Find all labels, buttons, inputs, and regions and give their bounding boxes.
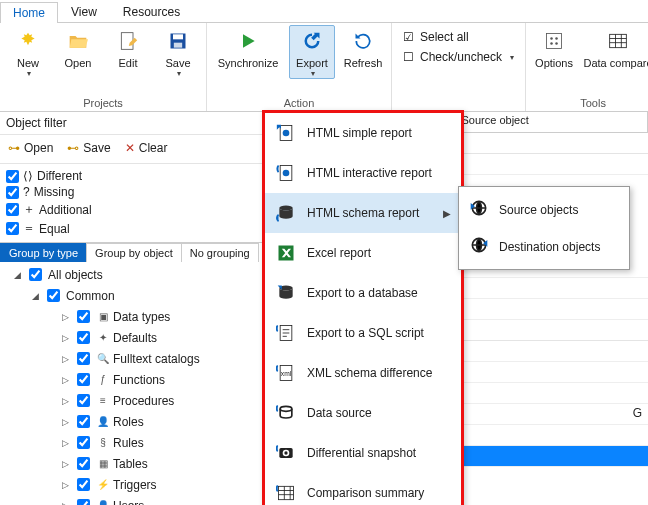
tree-item[interactable]: ▷§Rules — [0, 432, 260, 453]
filter-additional[interactable]: ＋Additional — [6, 200, 256, 219]
type-icon: § — [96, 437, 110, 448]
filter-save-button[interactable]: ⊷Save — [67, 141, 110, 155]
svg-point-10 — [283, 130, 290, 137]
object-tree[interactable]: ◢All objects ◢Common ▷▣Data types▷✦Defau… — [0, 262, 262, 505]
export-item-icon — [275, 202, 297, 224]
export-menu-item[interactable]: Export to a SQL script — [265, 313, 461, 353]
edit-button[interactable]: Edit — [106, 25, 150, 69]
checkbox-icon: ☐ — [403, 50, 414, 64]
export-menu-item[interactable]: Differential snapshot — [265, 433, 461, 473]
filter-different[interactable]: ⟨⟩Different — [6, 168, 256, 184]
export-menu-item[interactable]: Comparison summary — [265, 473, 461, 505]
export-item-icon: xml — [275, 362, 297, 384]
refresh-button[interactable]: Refresh — [341, 25, 385, 69]
svg-point-7 — [555, 42, 558, 45]
tab-resources[interactable]: Resources — [110, 1, 193, 22]
export-item-icon — [275, 442, 297, 464]
filter-missing[interactable]: ?Missing — [6, 184, 256, 200]
svg-rect-2 — [174, 43, 182, 48]
col-source-object[interactable]: Source object — [456, 112, 649, 132]
ribbon-group-projects: New▾ Open Edit Save▾ Projects — [0, 23, 207, 111]
save-button[interactable]: Save▾ — [156, 25, 200, 78]
tree-item[interactable]: ▷▣Data types — [0, 306, 260, 327]
source-objects-item[interactable]: Source objects — [459, 191, 629, 228]
data-compare-button[interactable]: Data compare — [582, 25, 648, 69]
type-icon: ✦ — [96, 332, 110, 343]
filter-clear-button[interactable]: ✕Clear — [125, 141, 168, 155]
key-save-icon: ⊷ — [67, 141, 79, 155]
tree-item[interactable]: ▷👤Roles — [0, 411, 260, 432]
export-menu-item[interactable]: xmlXML schema difference — [265, 353, 461, 393]
tree-common[interactable]: ◢Common — [0, 285, 260, 306]
svg-rect-8 — [610, 34, 627, 47]
export-item-icon — [275, 282, 297, 304]
export-menu-item[interactable]: Data source — [265, 393, 461, 433]
export-button[interactable]: Export▾ — [289, 25, 335, 79]
ribbon-group-tools: Options Data compare Tools — [526, 23, 648, 111]
new-button[interactable]: New▾ — [6, 25, 50, 78]
submenu-arrow-icon: ▶ — [443, 208, 451, 219]
export-menu-item[interactable]: Excel report — [265, 233, 461, 273]
filter-open-button[interactable]: ⊶Open — [8, 141, 53, 155]
key-open-icon: ⊶ — [8, 141, 20, 155]
main-tabs: Home View Resources — [0, 0, 648, 23]
checklist-icon: ☑ — [403, 30, 414, 44]
group-by-type-tab[interactable]: Group by type — [0, 243, 87, 262]
ribbon-caption-check — [398, 69, 519, 85]
type-icon: 👤 — [96, 416, 110, 427]
tree-item[interactable]: ▷🔍Fulltext catalogs — [0, 348, 260, 369]
svg-rect-0 — [121, 33, 133, 50]
export-item-icon — [275, 162, 297, 184]
export-item-icon — [275, 402, 297, 424]
svg-rect-1 — [173, 34, 183, 39]
svg-point-6 — [550, 42, 553, 45]
select-all-button[interactable]: ☑Select all — [400, 29, 517, 45]
ribbon-caption-projects: Projects — [6, 95, 200, 111]
type-icon: ▦ — [96, 458, 110, 469]
equal-icon: ＝ — [23, 220, 35, 237]
tree-item[interactable]: ▷▦Tables — [0, 453, 260, 474]
schema-report-submenu: Source objects Destination objects — [458, 186, 630, 270]
tree-item[interactable]: ▷✦Defaults — [0, 327, 260, 348]
svg-point-4 — [550, 37, 553, 40]
group-by-object-tab[interactable]: Group by object — [86, 243, 182, 262]
tab-view[interactable]: View — [58, 1, 110, 22]
svg-point-19 — [280, 406, 292, 411]
tree-item[interactable]: ▷≡Procedures — [0, 390, 260, 411]
clear-icon: ✕ — [125, 141, 135, 155]
ribbon-group-check: ☑Select all ☐Check/uncheck▾ — [392, 23, 526, 111]
type-icon: ≡ — [96, 395, 110, 406]
type-icon: 👤 — [96, 500, 110, 505]
tree-item[interactable]: ▷ƒFunctions — [0, 369, 260, 390]
tab-home[interactable]: Home — [0, 2, 58, 23]
check-uncheck-button[interactable]: ☐Check/uncheck▾ — [400, 49, 517, 65]
export-menu-item[interactable]: HTML schema report▶ — [265, 193, 461, 233]
synchronize-button[interactable]: Synchronize — [213, 25, 283, 69]
ribbon-group-actions: Synchronize Export▾ Refresh Action — [207, 23, 392, 111]
no-grouping-tab[interactable]: No grouping — [181, 243, 259, 262]
export-menu-item[interactable]: HTML simple report — [265, 113, 461, 153]
destination-objects-item[interactable]: Destination objects — [459, 228, 629, 265]
type-icon: ▣ — [96, 311, 110, 322]
svg-point-13 — [279, 206, 292, 211]
missing-icon: ? — [23, 185, 30, 199]
ribbon-caption-actions: Action — [213, 95, 385, 111]
tree-all-objects[interactable]: ◢All objects — [0, 264, 260, 285]
export-menu: HTML simple reportHTML interactive repor… — [262, 110, 464, 505]
ribbon: New▾ Open Edit Save▾ Projects Synchroniz… — [0, 23, 648, 112]
tree-item[interactable]: ▷⚡Triggers — [0, 474, 260, 495]
type-icon: ƒ — [96, 374, 110, 385]
filter-equal[interactable]: ＝Equal — [6, 219, 256, 238]
options-button[interactable]: Options — [532, 25, 576, 69]
export-item-icon — [275, 122, 297, 144]
plus-icon: ＋ — [23, 201, 35, 218]
export-menu-item[interactable]: HTML interactive report — [265, 153, 461, 193]
object-filter-panel: Object filter ⊶Open ⊷Save ✕Clear ⟨⟩Diffe… — [0, 112, 263, 505]
diff-icon: ⟨⟩ — [23, 169, 33, 183]
svg-point-22 — [284, 451, 287, 454]
export-item-icon — [275, 322, 297, 344]
tree-item[interactable]: ▷👤Users — [0, 495, 260, 505]
export-item-icon — [275, 242, 297, 264]
open-button[interactable]: Open — [56, 25, 100, 69]
export-menu-item[interactable]: Export to a database — [265, 273, 461, 313]
